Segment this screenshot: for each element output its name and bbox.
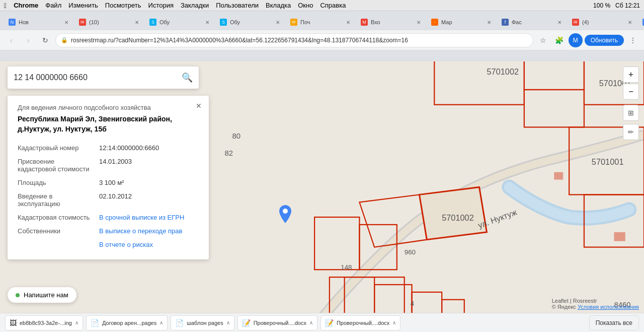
tab-label-tab7: Мар [441, 19, 482, 25]
cadastral-value-link[interactable]: В срочной выписке из ЕГРН [99, 214, 184, 221]
address-bar[interactable]: 🔒 rosreestrmap.ru/?cadNumber=12%3A14%3A0… [55, 33, 533, 47]
layers-button[interactable]: ⊞ [623, 105, 639, 121]
tab-close-tab5[interactable]: ✕ [345, 19, 352, 26]
download-item-4[interactable]: 📝 Проверочный....docx ∧ [237, 315, 317, 330]
tab-tab6[interactable]: M Вхо ✕ [356, 14, 427, 30]
bookmark-button[interactable]: ☆ [536, 33, 550, 47]
field-value: 02.10.2012 [99, 189, 199, 211]
browser-window: N Нов ✕ ✉ (10) ✕ S Обу ✕ S Обу ✕ ✉ Поч ✕… [0, 11, 644, 332]
table-row: Введение в эксплуатацию 02.10.2012 [18, 189, 199, 211]
search-input[interactable] [14, 73, 182, 82]
tab-tab7[interactable]: 🔸 Мар ✕ [427, 14, 497, 30]
download-arrow-4[interactable]: ∧ [309, 320, 313, 325]
svg-rect-17 [614, 232, 625, 241]
tab-tab1[interactable]: N Нов ✕ [4, 14, 74, 30]
download-item-2[interactable]: 📄 Договор арен...pages ∧ [86, 315, 168, 330]
download-item-5[interactable]: 📝 Проверочный....docx ∧ [320, 315, 400, 330]
field-value-link[interactable]: В срочной выписке из ЕГРН [99, 211, 199, 224]
reload-button[interactable]: ↻ [38, 33, 52, 47]
tab-close-tab8[interactable]: ✕ [556, 19, 563, 26]
tab-favicon-tab4: S [220, 19, 227, 26]
close-button[interactable]: ✕ [194, 101, 204, 111]
profile-button[interactable]: М [569, 33, 583, 47]
property-type: Для ведения личного подсобного хозяйства [18, 104, 199, 111]
menu-view[interactable]: Посмотреть [105, 2, 141, 9]
zoom-in-button[interactable]: + [623, 67, 639, 83]
owners-link[interactable]: В выписке о переходе прав [99, 227, 182, 235]
tab-label-tab3: Обу [159, 19, 201, 25]
tab-tab8[interactable]: f Фас ✕ [497, 14, 568, 30]
mac-menu-bar:  Chrome Файл Изменить Посмотреть Истори… [0, 0, 644, 11]
download-name-3: шаблон pages [187, 320, 223, 326]
tab-label-tab5: Поч [300, 19, 342, 25]
menu-window[interactable]: Окно [298, 2, 313, 9]
attribution-terms-link[interactable]: Условия использования [578, 304, 639, 310]
download-icon-5: 📝 [325, 319, 334, 327]
download-arrow-5[interactable]: ∧ [392, 320, 396, 325]
extensions-button[interactable]: 🧩 [552, 33, 567, 47]
field-value-link[interactable]: В выписке о переходе прав [99, 224, 199, 238]
tab-close-tab3[interactable]: ✕ [204, 19, 211, 26]
menu-profiles[interactable]: Пользователи [216, 2, 259, 9]
apple-logo-icon[interactable]:  [4, 2, 7, 10]
toolbar: ‹ › ↻ 🔒 rosreestrmap.ru/?cadNumber=12%3A… [0, 30, 644, 50]
menu-bookmarks[interactable]: Закладки [181, 2, 209, 9]
tab-close-tab7[interactable]: ✕ [486, 19, 493, 26]
tab-tab2[interactable]: ✉ (10) ✕ [74, 14, 145, 30]
update-button[interactable]: Обновить [585, 35, 624, 46]
svg-text:82: 82 [225, 149, 233, 157]
tab-label-tab6: Вхо [371, 19, 412, 25]
tab-tab4[interactable]: S Обу ✕ [215, 14, 286, 30]
tab-close-tab1[interactable]: ✕ [63, 19, 70, 26]
download-arrow-1[interactable]: ∧ [75, 320, 78, 325]
tab-tab10[interactable]: P Про ✕ [638, 14, 644, 30]
tab-favicon-tab2: ✉ [79, 19, 86, 26]
map-marker[interactable] [279, 205, 291, 225]
tab-close-tab4[interactable]: ✕ [274, 19, 281, 26]
svg-text:960: 960 [405, 248, 416, 256]
tab-tab9[interactable]: ✉ (4) ✕ [568, 14, 638, 30]
map-area[interactable]: ул. Нуктуж 5701002 5701001 5701002 57010… [0, 61, 644, 313]
edit-button[interactable]: ✏ [623, 124, 639, 140]
tab-close-tab9[interactable]: ✕ [626, 19, 633, 26]
download-name-5: Проверочный....docx [337, 320, 389, 326]
download-arrow-2[interactable]: ∧ [159, 320, 163, 325]
download-name-4: Проверочный....docx [254, 320, 306, 326]
table-row: Кадастровый номер 12:14:0000000:6660 [18, 141, 199, 155]
battery-indicator: 100 % [593, 2, 610, 9]
download-arrow-3[interactable]: ∧ [226, 320, 230, 325]
back-button[interactable]: ‹ [4, 33, 18, 47]
zoom-out-button[interactable]: − [623, 84, 639, 100]
download-item-1[interactable]: 🖼 eb8b8c93-3a2e-...ing ∧ [5, 315, 83, 330]
menu-button[interactable]: ⋮ [626, 33, 640, 47]
info-panel: ✕ Для ведения личного подсобного хозяйст… [8, 96, 209, 259]
menu-history[interactable]: История [148, 2, 174, 9]
table-row: Кадастровая стоимость В срочной выписке … [18, 211, 199, 224]
tab-close-tab2[interactable]: ✕ [133, 19, 140, 26]
field-value-link[interactable]: В отчете о рисках [99, 238, 199, 251]
menu-tab[interactable]: Вкладка [266, 2, 291, 9]
show-all-button[interactable]: Показать все [589, 315, 639, 330]
download-item-3[interactable]: 📄 шаблон pages ∧ [171, 315, 234, 330]
menu-file[interactable]: Файл [45, 2, 61, 9]
risks-link[interactable]: В отчете о рисках [99, 241, 153, 248]
menu-chrome[interactable]: Chrome [14, 2, 38, 9]
menu-edit[interactable]: Изменить [68, 2, 98, 9]
tab-tab3[interactable]: S Обу ✕ [145, 14, 215, 30]
svg-text:5701001: 5701001 [592, 157, 624, 166]
search-icon[interactable]: 🔍 [182, 72, 193, 83]
field-label [18, 238, 99, 251]
map-attribution: Leaflet | Rosreestr © Яндекс Условия исп… [552, 298, 639, 310]
table-row: Площадь 3 100 м² [18, 176, 199, 189]
tab-close-tab6[interactable]: ✕ [415, 19, 422, 26]
address-text: rosreestrmap.ru/?cadNumber=12%3A14%3A000… [71, 37, 528, 44]
forward-button[interactable]: › [21, 33, 35, 47]
tab-tab5[interactable]: ✉ Поч ✕ [286, 14, 356, 30]
field-value: 3 100 м² [99, 176, 199, 189]
attribution-leaflet[interactable]: Leaflet [552, 298, 569, 304]
chat-widget[interactable]: Напишите нам [8, 287, 76, 303]
tab-label-tab1: Нов [19, 19, 60, 25]
tab-favicon-tab8: f [502, 19, 509, 26]
download-name-1: eb8b8c93-3a2e-...ing [20, 320, 72, 326]
menu-help[interactable]: Справка [320, 2, 346, 9]
